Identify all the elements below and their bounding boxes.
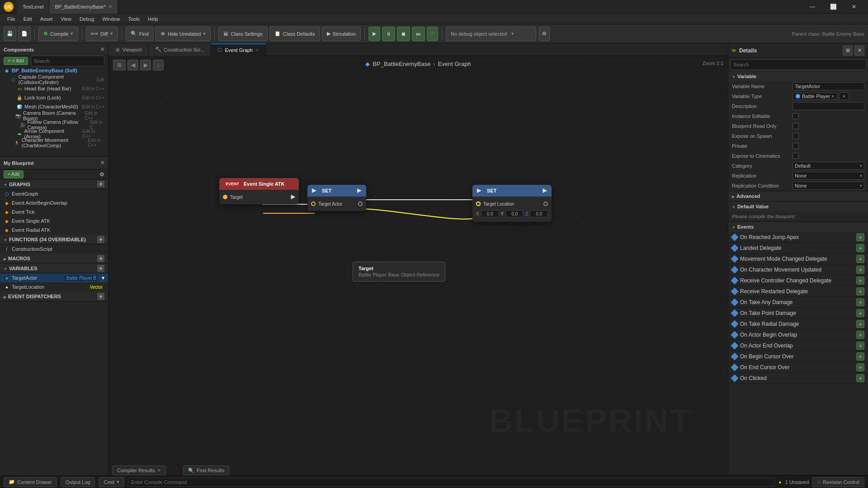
- graph-eventgraph[interactable]: ⬡ EventGraph: [0, 189, 108, 198]
- comp-self[interactable]: ◆ BP_BattleEnemyBase (Self): [0, 66, 108, 75]
- events-section-header[interactable]: Events: [728, 222, 868, 232]
- detail-instanceedit-cb[interactable]: [793, 113, 799, 119]
- event-target-pin[interactable]: [223, 195, 227, 199]
- var-targetactor[interactable]: ● TargetActor Battle Player B ▾: [0, 273, 108, 282]
- components-add-button[interactable]: + + Add: [4, 57, 28, 65]
- class-settings-button[interactable]: 🏛 Class Settings: [218, 27, 267, 41]
- content-drawer-tab[interactable]: 📁 Content Drawer: [4, 477, 57, 487]
- my-bp-settings-button[interactable]: ⚙: [99, 171, 104, 178]
- comp-charmove[interactable]: 🏃 Character Movement (CharMoveComp) Edit…: [0, 138, 108, 147]
- menu-file[interactable]: File: [4, 15, 19, 23]
- my-blueprint-close[interactable]: ✕: [100, 160, 104, 166]
- event-red-box[interactable]: [287, 180, 294, 188]
- var-targetlocation[interactable]: ● TargetLocation Vector: [0, 282, 108, 291]
- set1-exec-out[interactable]: [357, 188, 362, 193]
- tab-testlevel[interactable]: TestLevel: [17, 0, 49, 14]
- event-begincursor-add[interactable]: +: [856, 352, 864, 361]
- detail-bpreadonly-cb[interactable]: [793, 123, 799, 129]
- details-search[interactable]: [730, 59, 866, 70]
- graph-eventradialatk[interactable]: ◆ Event Radial ATK: [0, 225, 108, 235]
- menu-view[interactable]: View: [57, 15, 75, 23]
- eventdispatchers-section-header[interactable]: EVENT DISPATCHERS +: [0, 291, 108, 301]
- vartype-array-button[interactable]: ▾: [839, 92, 849, 100]
- event-receivecontroller-add[interactable]: +: [856, 277, 864, 285]
- detail-private-cb[interactable]: [793, 143, 799, 149]
- event-exec-out[interactable]: [291, 195, 295, 199]
- graphs-add[interactable]: +: [97, 181, 104, 188]
- compiler-results-close[interactable]: ✕: [157, 468, 161, 473]
- nav-home[interactable]: ⌂: [153, 60, 164, 70]
- details-close[interactable]: ✕: [854, 46, 864, 56]
- more-play-button[interactable]: ⋯: [427, 27, 438, 41]
- menu-tools[interactable]: Tools: [124, 15, 143, 23]
- menu-debug[interactable]: Debug: [76, 15, 98, 23]
- event-clicked-add[interactable]: +: [856, 374, 864, 382]
- set2-location-in[interactable]: [476, 202, 481, 206]
- menu-window[interactable]: Window: [99, 15, 123, 23]
- nav-forward[interactable]: ▶: [140, 60, 151, 70]
- simulation-button[interactable]: ▶ Simulation: [322, 27, 361, 41]
- func-constructionscript[interactable]: ƒ ConstructionScript: [0, 244, 108, 253]
- event-landed-add[interactable]: +: [856, 244, 864, 252]
- set2-exec-in[interactable]: [477, 188, 481, 193]
- event-actorend-add[interactable]: +: [856, 342, 864, 350]
- graph-eventsingleatk[interactable]: ◆ Event Single ATK: [0, 216, 108, 225]
- blueprint-canvas[interactable]: ⊞ ◀ ▶ ⌂ ◆ BP_BattleEnemyBase › Event Gra…: [108, 56, 728, 475]
- comp-lock-edit[interactable]: Edit in C++: [82, 95, 104, 100]
- menu-help[interactable]: Help: [144, 15, 162, 23]
- new-button[interactable]: 📄: [18, 27, 31, 41]
- variables-section-header[interactable]: VARIABLES +: [0, 263, 108, 273]
- tab-construction[interactable]: 🔨 Construction Scr...: [149, 43, 212, 56]
- tab-eventgraph-close[interactable]: ✕: [255, 48, 259, 52]
- event-reached-jump-apex-add[interactable]: +: [856, 233, 864, 241]
- debug-dropdown[interactable]: No debug object selected ▾: [446, 27, 536, 41]
- set2-x-input[interactable]: 0.0: [481, 210, 499, 217]
- components-search[interactable]: [31, 56, 104, 66]
- detail-desc-input[interactable]: [793, 102, 864, 110]
- tab-viewport[interactable]: 🖥 Viewport: [108, 43, 149, 56]
- output-log-tab[interactable]: Output Log: [61, 477, 95, 487]
- comp-mesh-edit[interactable]: Edit in C++: [82, 104, 104, 109]
- detail-repcond-dropdown[interactable]: None ▾: [793, 182, 864, 190]
- comp-mesh[interactable]: 🧊 Mesh (CharacterMesh0) Edit in C++: [0, 102, 108, 111]
- set1-targetactor-pin[interactable]: [311, 202, 316, 206]
- nav-back[interactable]: ◀: [127, 60, 138, 70]
- play-button[interactable]: ▶: [368, 27, 380, 41]
- graph-actorbeginoverlap[interactable]: ◆ Event ActorBeginOverlap: [0, 198, 108, 207]
- skip-button[interactable]: ⏭: [412, 27, 425, 41]
- comp-charmove-edit[interactable]: Edit in C++: [88, 138, 104, 148]
- set2-z-input[interactable]: 0.0: [530, 210, 548, 217]
- close-button[interactable]: ✕: [844, 0, 864, 14]
- console-input[interactable]: [128, 478, 775, 487]
- detail-vartype-dropdown[interactable]: Battle Player ▾: [793, 93, 837, 100]
- compile-button[interactable]: ⚙ Compile ▾: [38, 27, 78, 41]
- advanced-section-header[interactable]: Advanced: [728, 191, 868, 201]
- comp-followcam[interactable]: 🎥 Follow Camera (Follow Camera) Edit in …: [0, 120, 108, 129]
- variables-add[interactable]: +: [97, 265, 104, 272]
- set2-exec-out[interactable]: [542, 188, 547, 193]
- functions-section-header[interactable]: FUNCTIONS (34 OVERRIDABLE) +: [0, 235, 108, 244]
- find-button[interactable]: 🔍 Find: [126, 27, 154, 41]
- set1-exec-in[interactable]: [312, 188, 316, 193]
- detail-category-dropdown[interactable]: Default ▾: [793, 162, 864, 170]
- graph-eventtick[interactable]: ◆ Event Tick: [0, 207, 108, 216]
- set2-out-pin[interactable]: [543, 202, 548, 206]
- event-movementmode-add[interactable]: +: [856, 255, 864, 263]
- variable-section-header[interactable]: Variable: [728, 71, 868, 81]
- class-defaults-button[interactable]: 📋 Class Defaults: [269, 27, 320, 41]
- macros-add[interactable]: +: [97, 255, 104, 262]
- components-close[interactable]: ✕: [100, 47, 104, 52]
- hide-unrelated-button[interactable]: 👁 Hide Unrelated ▾: [156, 27, 211, 41]
- comp-capsule[interactable]: ⬡ Capsule Component (CollisionCylinder) …: [0, 75, 108, 84]
- event-takeanydmg-add[interactable]: +: [856, 298, 864, 306]
- save-button[interactable]: 💾: [4, 27, 16, 41]
- eventdispatchers-add[interactable]: +: [97, 293, 104, 300]
- detail-varname-input[interactable]: [793, 82, 864, 90]
- comp-arrow[interactable]: ➡ Arrow Component (Arrow) Edit in C++: [0, 129, 108, 138]
- event-charmove-add[interactable]: +: [856, 266, 864, 274]
- details-table-view[interactable]: ⊞: [843, 46, 853, 56]
- defaultvalue-section-header[interactable]: Default Value: [728, 202, 868, 211]
- comp-lock[interactable]: 🔒 Lock Icon (Lock) Edit in C++: [0, 93, 108, 102]
- event-actorbegin-add[interactable]: +: [856, 331, 864, 339]
- detail-replication-dropdown[interactable]: None ▾: [793, 172, 864, 180]
